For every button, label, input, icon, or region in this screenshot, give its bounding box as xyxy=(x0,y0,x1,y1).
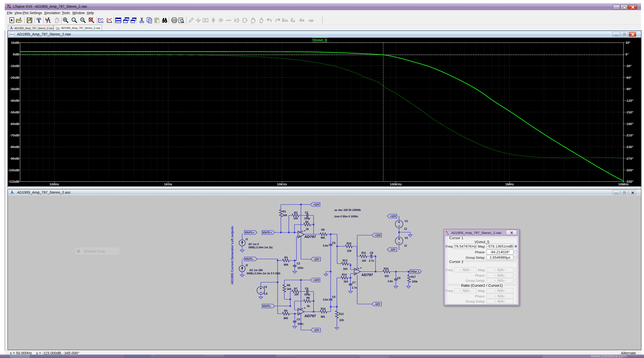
svg-text:R14: R14 xyxy=(342,273,346,276)
svg-text:C3: C3 xyxy=(297,318,300,321)
svg-text:AD797: AD797 xyxy=(304,314,316,318)
svg-text:VOut_L: VOut_L xyxy=(411,270,420,273)
svg-text:R12: R12 xyxy=(339,313,344,315)
svg-text:C4: C4 xyxy=(305,287,308,290)
svg-text:R4: R4 xyxy=(284,256,288,259)
svg-text:R10: R10 xyxy=(321,307,326,310)
svg-text:C9: C9 xyxy=(397,277,400,280)
svg-text:324: 324 xyxy=(343,267,348,270)
svg-text:AC 1m 0: AC 1m 0 xyxy=(248,243,259,246)
svg-text:5.6n: 5.6n xyxy=(323,298,328,301)
svg-text:3.9n: 3.9n xyxy=(388,280,393,283)
svg-text:R16: R16 xyxy=(384,267,388,270)
svg-text:+12V: +12V xyxy=(390,215,396,218)
svg-text:R6: R6 xyxy=(306,296,310,299)
svg-text:100p: 100p xyxy=(304,293,310,296)
svg-text:C6: C6 xyxy=(332,295,336,298)
svg-text:AD797: AD797 xyxy=(362,273,373,277)
svg-text:R11: R11 xyxy=(362,251,366,254)
svg-text:100: 100 xyxy=(294,293,299,296)
svg-text:R2: R2 xyxy=(305,220,308,223)
svg-text:R9: R9 xyxy=(321,228,325,231)
svg-text:R17: R17 xyxy=(411,275,416,278)
svg-text:1k8: 1k8 xyxy=(282,214,287,217)
svg-text:R1: R1 xyxy=(282,210,286,213)
svg-text:-12V: -12V xyxy=(314,258,319,261)
svg-text:2k: 2k xyxy=(306,227,309,230)
svg-text:V2: V2 xyxy=(404,236,408,239)
svg-text:IOUTL+: IOUTL+ xyxy=(245,231,254,234)
svg-text:I2: I2 xyxy=(246,264,248,267)
svg-text:IOUTL+: IOUTL+ xyxy=(263,231,272,234)
svg-text:V3: V3 xyxy=(264,285,267,288)
svg-text:12: 12 xyxy=(404,244,407,247)
svg-text:IOUTL-: IOUTL- xyxy=(263,305,272,308)
svg-text:-12V: -12V xyxy=(314,329,319,332)
svg-text:+12V: +12V xyxy=(374,234,381,237)
svg-text:100: 100 xyxy=(294,217,298,220)
svg-text:2k: 2k xyxy=(307,305,310,308)
svg-text:2.7n: 2.7n xyxy=(352,286,357,289)
svg-text:R5: R5 xyxy=(284,309,288,312)
svg-text:2.7n: 2.7n xyxy=(369,259,374,262)
svg-text:2.8: 2.8 xyxy=(264,292,268,295)
svg-text:R7: R7 xyxy=(294,287,298,290)
svg-text:100n: 100n xyxy=(298,322,304,325)
svg-text:100: 100 xyxy=(362,259,366,262)
svg-text:806: 806 xyxy=(284,263,288,266)
svg-text:R13: R13 xyxy=(342,259,347,262)
svg-text:AD1955 Current Generator Left: AD1955 Current Generator Left outputs xyxy=(230,226,234,284)
svg-text:AC 1m 180: AC 1m 180 xyxy=(249,269,263,272)
svg-text:226: 226 xyxy=(339,319,344,322)
svg-text:-12V: -12V xyxy=(374,303,380,306)
svg-text:;tran 0 50m 0 1000n: ;tran 0 50m 0 1000n xyxy=(334,215,358,218)
svg-text:12: 12 xyxy=(404,227,407,230)
svg-text:C2: C2 xyxy=(297,262,300,265)
svg-text:806: 806 xyxy=(284,317,288,320)
svg-text:1k8: 1k8 xyxy=(287,287,291,290)
svg-text:R3: R3 xyxy=(294,211,298,214)
svg-text:-12V: -12V xyxy=(390,248,395,251)
svg-text:681: 681 xyxy=(321,315,325,318)
svg-text:R15: R15 xyxy=(346,242,351,245)
svg-text:324: 324 xyxy=(344,280,348,283)
svg-text:C5: C5 xyxy=(332,241,336,244)
svg-text:C1: C1 xyxy=(305,211,308,214)
svg-text:V1: V1 xyxy=(404,220,408,223)
svg-text:+12V: +12V xyxy=(313,203,319,206)
svg-text:100k: 100k xyxy=(412,280,418,283)
svg-text:100n: 100n xyxy=(298,266,304,269)
svg-text:I1: I1 xyxy=(246,238,248,241)
svg-text:C8: C8 xyxy=(370,251,373,254)
svg-text:SINE(-3.24m 1m 1k): SINE(-3.24m 1m 1k) xyxy=(248,246,272,249)
svg-text:100p: 100p xyxy=(304,217,310,220)
svg-text:R8: R8 xyxy=(287,284,290,287)
svg-text:226: 226 xyxy=(347,249,352,252)
svg-text:332: 332 xyxy=(384,275,389,278)
svg-text:C7: C7 xyxy=(352,281,356,284)
svg-text:+12V: +12V xyxy=(313,279,319,282)
svg-text:681: 681 xyxy=(321,236,325,239)
svg-text:IOUTL-: IOUTL- xyxy=(245,257,254,260)
svg-text:AD797: AD797 xyxy=(304,234,316,239)
svg-text:SINE(-3.24m 1m 1k 0 0 180): SINE(-3.24m 1m 1k 0 0 180) xyxy=(247,272,280,275)
svg-text:.ac dec 100 50 10000k: .ac dec 100 50 10000k xyxy=(334,208,361,211)
svg-text:5.6n: 5.6n xyxy=(323,244,328,247)
